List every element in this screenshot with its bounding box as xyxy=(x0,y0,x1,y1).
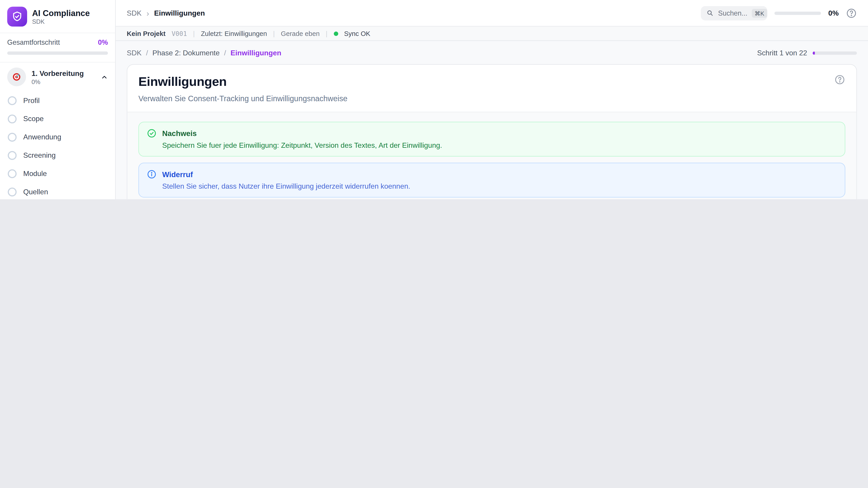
sidebar-item-scope[interactable]: Scope xyxy=(0,109,115,128)
radio-icon xyxy=(8,151,17,160)
app-title-block: AI Compliance SDK xyxy=(32,8,90,25)
app-header: AI Compliance SDK xyxy=(0,0,115,33)
sidebar: AI Compliance SDK Gesamtfortschritt 0% xyxy=(0,0,116,199)
sidebar-item-screening[interactable]: Screening xyxy=(0,146,115,164)
crumb-sdk[interactable]: SDK xyxy=(127,49,142,57)
sidebar-section-vorbereitung: 1. Vorbereitung 0% Profil Scope xyxy=(0,63,115,199)
sidebar-item-profil[interactable]: Profil xyxy=(0,91,115,109)
step-progress-bar xyxy=(813,51,857,55)
page-breadcrumb-row: SDK / Phase 2: Dokumente / Einwilligunge… xyxy=(127,49,857,57)
page-subtitle: Verwalten Sie Consent-Tracking und Einwi… xyxy=(138,94,347,103)
info-circle-icon xyxy=(147,169,157,179)
last-visited: Zuletzt: Einwilligungen xyxy=(201,30,267,37)
breadcrumb: SDK › Einwilligungen xyxy=(127,8,205,18)
overall-progress-value: 0% xyxy=(98,39,108,46)
search-icon xyxy=(706,9,714,17)
page-content: SDK / Phase 2: Dokumente / Einwilligunge… xyxy=(116,41,868,199)
project-version: V001 xyxy=(172,30,187,37)
crumb-phase[interactable]: Phase 2: Dokumente xyxy=(152,49,219,57)
radio-icon xyxy=(8,187,17,196)
card-help-icon[interactable] xyxy=(834,74,845,85)
overall-progress: Gesamtfortschritt 0% xyxy=(0,33,115,62)
sidebar-item-anwendung[interactable]: Anwendung xyxy=(0,128,115,146)
radio-icon xyxy=(8,96,17,105)
breadcrumb-current: Einwilligungen xyxy=(154,9,205,17)
app-subtitle: SDK xyxy=(32,18,90,25)
note-nachweis: Nachweis Speichern Sie fuer jede Einwill… xyxy=(138,122,845,157)
overall-progress-label: Gesamtfortschritt xyxy=(7,39,60,46)
radio-icon xyxy=(8,169,17,178)
sidebar-nav: 1. Vorbereitung 0% Profil Scope xyxy=(0,63,115,199)
section-header-vorbereitung[interactable]: 1. Vorbereitung 0% xyxy=(0,63,115,91)
sidebar-item-quellen[interactable]: Quellen xyxy=(0,183,115,199)
top-progress-bar xyxy=(775,11,821,15)
app-logo xyxy=(7,6,27,26)
help-icon[interactable] xyxy=(846,7,857,19)
overall-progress-bar xyxy=(7,52,108,55)
app-window: AI Compliance SDK Gesamtfortschritt 0% xyxy=(0,0,868,199)
sync-status-dot xyxy=(334,31,338,36)
topbar: SDK › Einwilligungen Suchen... ⌘K 0% xyxy=(116,0,868,27)
sidebar-item-module[interactable]: Module xyxy=(0,164,115,183)
radio-icon xyxy=(8,114,17,123)
status-bar: Kein Projekt V001 | Zuletzt: Einwilligun… xyxy=(116,27,868,41)
page-header-card: Einwilligungen Verwalten Sie Consent-Tra… xyxy=(127,64,857,199)
project-name: Kein Projekt xyxy=(127,30,166,37)
target-icon xyxy=(7,68,26,86)
kbd-shortcut: ⌘K xyxy=(752,8,767,18)
last-saved-time: Gerade eben xyxy=(281,30,320,37)
app-title: AI Compliance xyxy=(32,8,90,18)
step-indicator: Schritt 1 von 22 xyxy=(757,49,807,57)
global-search-placeholder: Suchen... xyxy=(718,9,747,17)
chevron-up-icon xyxy=(101,73,108,80)
breadcrumb-root[interactable]: SDK xyxy=(127,9,142,17)
sync-status: Sync OK xyxy=(344,30,370,37)
page-breadcrumb: SDK / Phase 2: Dokumente / Einwilligunge… xyxy=(127,49,281,57)
top-progress-value: 0% xyxy=(828,9,839,17)
crumb-current: Einwilligungen xyxy=(230,49,281,57)
chevron-right-icon: › xyxy=(147,8,149,18)
global-search[interactable]: Suchen... ⌘K xyxy=(701,6,767,20)
check-circle-icon xyxy=(147,128,157,138)
page-title: Einwilligungen xyxy=(138,74,347,89)
note-widerruf: Widerruf Stellen Sie sicher, dass Nutzer… xyxy=(138,163,845,197)
shield-check-icon xyxy=(11,11,23,23)
radio-icon xyxy=(8,133,17,141)
main-area: SDK › Einwilligungen Suchen... ⌘K 0% xyxy=(116,0,868,199)
